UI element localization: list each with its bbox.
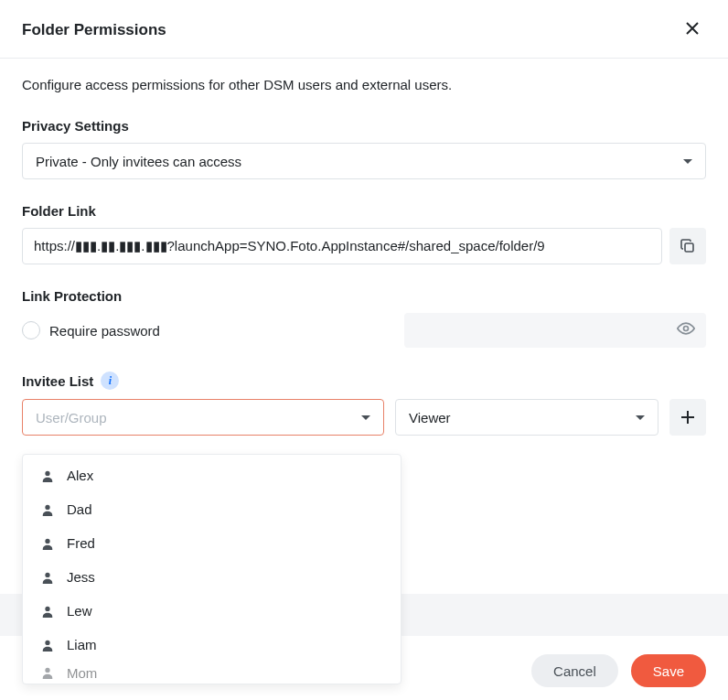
svg-point-3 <box>45 504 49 509</box>
folder-link-input[interactable] <box>22 228 662 264</box>
copy-link-button[interactable] <box>669 228 706 264</box>
person-icon <box>41 469 54 482</box>
svg-point-8 <box>45 668 49 673</box>
require-password-checkbox[interactable] <box>22 321 40 339</box>
person-icon <box>41 503 54 516</box>
add-invitee-button[interactable] <box>669 399 706 436</box>
description-text: Configure access permissions for other D… <box>22 77 706 92</box>
dropdown-option-liam[interactable]: Liam <box>23 628 401 662</box>
user-group-placeholder: User/Group <box>36 410 107 425</box>
person-icon <box>41 537 54 550</box>
chevron-down-icon <box>361 415 370 420</box>
svg-point-6 <box>45 606 49 610</box>
dropdown-option-lew[interactable]: Lew <box>23 594 401 628</box>
privacy-label: Privacy Settings <box>22 118 706 134</box>
password-input[interactable] <box>404 313 706 348</box>
privacy-value: Private - Only invitees can access <box>36 154 241 169</box>
dialog-title: Folder Permissions <box>22 21 166 39</box>
role-value: Viewer <box>409 410 451 425</box>
dropdown-option-jess[interactable]: Jess <box>23 560 401 594</box>
privacy-select[interactable]: Private - Only invitees can access <box>22 143 706 179</box>
dropdown-option-fred[interactable]: Fred <box>23 526 401 560</box>
person-icon <box>41 605 54 618</box>
info-icon[interactable]: i <box>101 372 119 390</box>
eye-icon[interactable] <box>677 319 695 341</box>
dropdown-option-alex[interactable]: Alex <box>23 458 401 492</box>
dropdown-option-label: Fred <box>67 535 95 551</box>
dropdown-option-label: Jess <box>67 569 95 585</box>
user-group-dropdown: Alex Dad Fred Jess Lew Liam Mom <box>22 454 401 684</box>
user-group-select[interactable]: User/Group <box>22 399 384 436</box>
chevron-down-icon <box>683 159 692 164</box>
dropdown-option-mom[interactable]: Mom <box>23 662 401 680</box>
person-icon <box>41 666 54 679</box>
svg-point-5 <box>45 572 49 576</box>
invitee-list-label: Invitee List <box>22 373 93 389</box>
svg-point-1 <box>684 327 689 331</box>
dropdown-option-dad[interactable]: Dad <box>23 492 401 526</box>
dropdown-scroll[interactable]: Alex Dad Fred Jess Lew Liam Mom <box>23 458 401 680</box>
cancel-button[interactable]: Cancel <box>531 654 618 687</box>
chevron-down-icon <box>636 415 645 420</box>
plus-icon <box>680 409 696 425</box>
require-password-label: Require password <box>49 323 160 339</box>
svg-point-4 <box>45 538 49 543</box>
dropdown-option-label: Mom <box>67 665 97 681</box>
person-icon <box>41 571 54 584</box>
role-select[interactable]: Viewer <box>395 399 658 436</box>
close-button[interactable] <box>679 16 706 43</box>
svg-point-7 <box>45 640 49 644</box>
copy-icon <box>680 238 696 254</box>
svg-point-2 <box>45 470 49 475</box>
dropdown-option-label: Liam <box>67 637 97 652</box>
dropdown-option-label: Lew <box>67 603 92 619</box>
save-button[interactable]: Save <box>631 654 706 687</box>
close-icon <box>686 22 699 35</box>
dropdown-option-label: Dad <box>67 501 92 517</box>
svg-rect-0 <box>685 243 693 252</box>
link-protection-label: Link Protection <box>22 288 706 304</box>
dropdown-option-label: Alex <box>67 468 93 483</box>
person-icon <box>41 639 54 652</box>
folder-link-label: Folder Link <box>22 203 706 219</box>
